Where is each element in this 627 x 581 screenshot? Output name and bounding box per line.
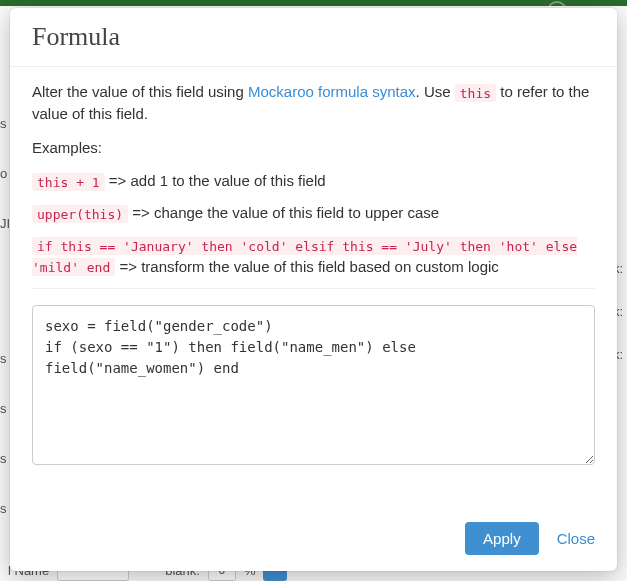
code-this: this <box>455 84 496 102</box>
bg-text: s <box>0 401 7 416</box>
code-snippet: this + 1 <box>32 173 105 191</box>
formula-modal: Formula Alter the value of this field us… <box>10 8 617 571</box>
code-snippet: upper(this) <box>32 205 128 223</box>
formula-editor[interactable] <box>32 305 595 465</box>
divider <box>32 288 595 289</box>
syntax-link[interactable]: Mockaroo formula syntax <box>248 83 416 100</box>
text: => transform the value of this field bas… <box>115 258 499 275</box>
intro-text: Alter the value of this field using Mock… <box>32 81 595 125</box>
modal-header: Formula <box>10 8 617 66</box>
modal-body: Alter the value of this field using Mock… <box>10 67 617 512</box>
text: Alter the value of this field using <box>32 83 248 100</box>
text: . Use <box>416 83 455 100</box>
bg-text: o <box>0 166 7 181</box>
examples-heading: Examples: <box>32 137 595 159</box>
modal-title: Formula <box>32 22 595 52</box>
text: => change the value of this field to upp… <box>128 204 439 221</box>
bg-text: s <box>0 501 7 516</box>
bg-text: s <box>0 116 7 131</box>
bg-text: s <box>0 451 7 466</box>
close-button[interactable]: Close <box>557 530 595 547</box>
example-3: if this == 'January' then 'cold' elsif t… <box>32 234 595 278</box>
bg-text: JI <box>0 216 10 231</box>
apply-button[interactable]: Apply <box>465 522 539 555</box>
modal-footer: Apply Close <box>10 512 617 571</box>
bg-text: s <box>0 351 7 366</box>
example-2: upper(this) => change the value of this … <box>32 202 595 224</box>
text: => add 1 to the value of this field <box>105 172 326 189</box>
example-1: this + 1 => add 1 to the value of this f… <box>32 170 595 192</box>
